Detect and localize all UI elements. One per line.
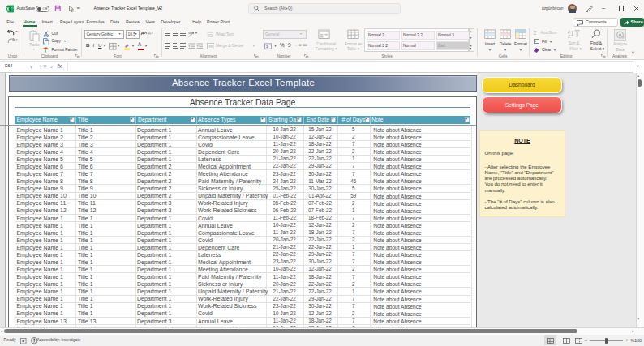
svg-text:ab: ab [188, 32, 191, 35]
svg-text:$: $ [266, 45, 268, 49]
svg-text:Z: Z [568, 34, 570, 39]
